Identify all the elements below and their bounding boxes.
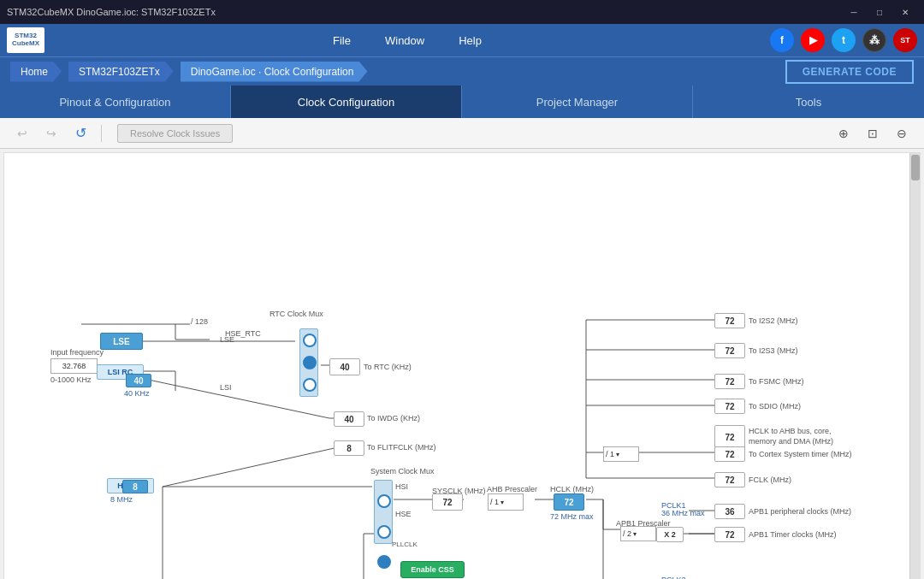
close-button[interactable]: ✕ <box>893 3 917 21</box>
sys-mux-pll[interactable] <box>377 555 391 569</box>
cortex-label: To Cortex System timer (MHz) <box>749 450 852 458</box>
facebook-icon[interactable]: f <box>770 28 794 52</box>
to-i2s2-label: To I2S2 (MHz) <box>749 316 798 325</box>
window-controls: ─ □ ✕ <box>842 3 917 21</box>
to-iwdg-label: To IWDG (KHz) <box>367 414 420 422</box>
input-freq-unit: 0-1000 KHz <box>50 375 92 384</box>
redo-button[interactable]: ↪ <box>39 121 63 145</box>
tab-tools[interactable]: Tools <box>693 86 924 118</box>
breadcrumb-home[interactable]: Home <box>10 62 62 82</box>
apb1-timer-label: APB1 Timer clocks (MHz) <box>749 530 837 539</box>
ahb-div-select[interactable]: / 1 <box>488 493 524 511</box>
sys-clock-mux-label: System Clock Mux <box>370 467 435 476</box>
input-freq-value[interactable]: 32.768 <box>50 358 98 374</box>
fit-view-button[interactable]: ⊡ <box>861 121 885 145</box>
youtube-icon[interactable]: ▶ <box>801 28 825 52</box>
to-fsmc-label: To FSMC (MHz) <box>749 377 804 386</box>
menu-file[interactable]: File <box>333 34 351 47</box>
scrollbar-right[interactable] <box>909 153 920 579</box>
fclk-label: FCLK (MHz) <box>749 476 791 484</box>
lsi-val-box: 40 <box>126 374 151 387</box>
fclk-val[interactable]: 72 <box>714 472 745 487</box>
refresh-button[interactable]: ↺ <box>68 121 92 145</box>
menu-items: File Window Help <box>79 34 736 47</box>
hclk-val[interactable]: 72 <box>554 493 584 511</box>
to-iwdg-val[interactable]: 40 <box>334 411 364 427</box>
apb1-div-select[interactable]: / 2 <box>620 526 656 541</box>
pclk2-label: PCLK2 <box>661 576 686 579</box>
div128-label: / 128 <box>191 317 208 326</box>
hsi-sys-label: HSI <box>395 482 412 491</box>
to-sdio-top-val[interactable]: 72 <box>714 399 745 414</box>
rtc-mux-sel2[interactable] <box>303 356 317 369</box>
social-icons: f ▶ t ⁂ ST <box>770 28 917 52</box>
apb1-periph-val[interactable]: 36 <box>714 504 745 519</box>
scrollbar-thumb[interactable] <box>911 155 920 180</box>
to-flit-val[interactable]: 8 <box>334 440 364 456</box>
toolbar-separator <box>101 125 102 142</box>
twitter-icon[interactable]: t <box>832 28 856 52</box>
hclk-label: HCLK (MHz) <box>550 485 594 493</box>
undo-button[interactable]: ↩ <box>10 121 34 145</box>
hclk-ahb-label: HCLK to AHB bus, core, memory and DMA (M… <box>749 427 843 446</box>
rtc-mux-sel3[interactable] <box>303 378 317 392</box>
breadcrumb-mcu[interactable]: STM32F103ZETx <box>68 62 174 82</box>
apb1-timer-val[interactable]: 72 <box>714 527 745 542</box>
rtc-mux-sel1[interactable] <box>303 334 317 347</box>
breadcrumb-bar: Home STM32F103ZETx DinoGame.ioc · Clock … <box>0 56 924 86</box>
menu-help[interactable]: Help <box>459 34 482 47</box>
pclk1-max-label: 36 MHz max <box>661 509 705 517</box>
ahb-prescaler-label: AHB Prescaler <box>487 485 537 493</box>
hclk-max-label: 72 MHz max <box>550 512 594 521</box>
to-sdio-top-label: To SDIO (MHz) <box>749 402 801 411</box>
minimize-button[interactable]: ─ <box>842 3 866 21</box>
sys-mux-hsi[interactable] <box>377 494 391 508</box>
to-fsmc-val[interactable]: 72 <box>714 374 745 389</box>
to-rtc-label: To RTC (KHz) <box>364 363 412 371</box>
lsi-40khz-label: 40 KHz <box>124 389 150 398</box>
maximize-button[interactable]: □ <box>868 3 891 21</box>
lse-box: LSE <box>100 333 143 350</box>
to-i2s3-label: To I2S3 (MHz) <box>749 346 798 355</box>
tab-pinout[interactable]: Pinout & Configuration <box>0 86 231 118</box>
logo-box: STM32CubeMX <box>7 27 44 53</box>
zoom-out-button[interactable]: ⊖ <box>890 121 914 145</box>
to-flit-label: To FLITFCLK (MHz) <box>367 443 436 452</box>
tab-project[interactable]: Project Manager <box>462 86 693 118</box>
apb1-periph-label: APB1 peripheral clocks (MHz) <box>749 507 851 516</box>
cortex-val[interactable]: 72 <box>714 446 745 462</box>
logo: STM32CubeMX <box>7 27 44 53</box>
toolbar-right: ⊕ ⊡ ⊖ <box>832 121 914 145</box>
to-rtc-val[interactable]: 40 <box>329 358 360 375</box>
cortex-div-select[interactable]: / 1 <box>603 446 639 462</box>
menu-window[interactable]: Window <box>385 34 424 47</box>
tab-clock[interactable]: Clock Configuration <box>231 86 462 118</box>
main-content: Input frequency 32.768 0-1000 KHz LSE LS… <box>3 152 921 579</box>
hsi-8mhz-label: 8 MHz <box>110 495 133 504</box>
sysclk-val[interactable]: 72 <box>432 493 463 511</box>
sys-mux-hse[interactable] <box>377 525 391 539</box>
x2-box: X 2 <box>656 527 684 542</box>
generate-code-button[interactable]: GENERATE CODE <box>785 60 914 84</box>
resolve-clock-button[interactable]: Resolve Clock Issues <box>117 124 233 143</box>
network-icon[interactable]: ⁂ <box>862 28 886 52</box>
menubar: STM32CubeMX File Window Help f ▶ t ⁂ ST <box>0 24 924 56</box>
enable-css-button[interactable]: Enable CSS <box>400 561 465 578</box>
to-i2s2-val[interactable]: 72 <box>714 313 745 328</box>
lse-line-label: LSE <box>220 335 234 344</box>
lsi-line-label: LSI <box>220 383 232 392</box>
hsi-val: 8 <box>122 480 148 493</box>
hse-sys-label: HSE <box>395 510 412 518</box>
hclk-ahb-val[interactable]: 72 <box>714 425 745 449</box>
tabbar: Pinout & Configuration Clock Configurati… <box>0 86 924 118</box>
logo-text: STM32CubeMX <box>12 32 39 48</box>
st-icon[interactable]: ST <box>893 28 917 52</box>
zoom-in-button[interactable]: ⊕ <box>832 121 856 145</box>
clock-diagram: Input frequency 32.768 0-1000 KHz LSE LS… <box>4 153 920 579</box>
to-i2s3-val[interactable]: 72 <box>714 343 745 358</box>
breadcrumb-file[interactable]: DinoGame.ioc · Clock Configuration <box>181 62 368 82</box>
svg-line-12 <box>163 447 338 487</box>
title-text: STM32CubeMX DinoGame.ioc: STM32F103ZETx <box>7 7 216 17</box>
sys-mux-box: HSI HSE PLLCLK <box>374 480 393 544</box>
title-section: STM32CubeMX DinoGame.ioc: STM32F103ZETx <box>7 7 216 17</box>
